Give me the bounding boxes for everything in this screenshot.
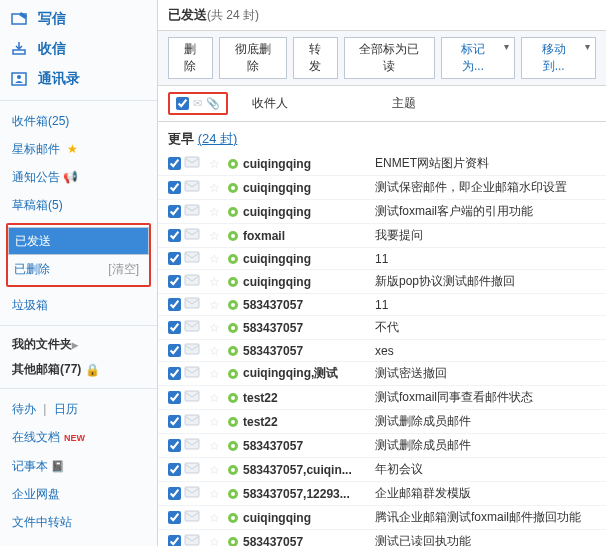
sidebar-netdisk[interactable]: 企业网盘 <box>0 480 157 508</box>
star-outline-icon[interactable]: ☆ <box>203 391 225 405</box>
sidebar-item-sent[interactable]: 已发送 <box>8 227 149 255</box>
table-row[interactable]: ☆58343705711 <box>158 294 606 316</box>
markas-select[interactable]: 标记为... <box>441 37 516 79</box>
star-outline-icon[interactable]: ☆ <box>203 367 225 381</box>
status-dot-icon <box>225 465 241 475</box>
table-row[interactable]: ☆cuiqingqing11 <box>158 248 606 270</box>
table-row[interactable]: ☆cuiqingqing测试保密邮件，即企业邮箱水印设置 <box>158 176 606 200</box>
table-row[interactable]: ☆cuiqingqing新版pop协议测试邮件撤回 <box>158 270 606 294</box>
star-outline-icon[interactable]: ☆ <box>203 415 225 429</box>
markread-button[interactable]: 全部标为已读 <box>344 37 435 79</box>
row-checkbox[interactable] <box>168 157 181 170</box>
row-checkbox[interactable] <box>168 463 181 476</box>
svg-rect-42 <box>185 463 199 473</box>
row-checkbox[interactable] <box>168 391 181 404</box>
sidebar-onlinedoc[interactable]: 在线文档NEW <box>0 423 157 452</box>
sidebar-item-starred[interactable]: 星标邮件 ★ <box>0 135 157 163</box>
table-row[interactable]: ☆583437057xes <box>158 340 606 362</box>
status-dot-icon <box>225 277 241 287</box>
row-checkbox[interactable] <box>168 298 181 311</box>
envelope-icon <box>181 343 203 358</box>
sidebar-item-notice[interactable]: 通知公告 📢 <box>0 163 157 191</box>
star-outline-icon[interactable]: ☆ <box>203 321 225 335</box>
contacts-button[interactable]: 通讯录 <box>0 64 157 94</box>
row-recipient: cuiqingqing <box>241 511 371 525</box>
calendar-link[interactable]: 日历 <box>54 402 78 416</box>
sidebar-item-trash[interactable]: 垃圾箱 <box>0 291 157 319</box>
star-outline-icon[interactable]: ☆ <box>203 463 225 477</box>
row-checkbox[interactable] <box>168 511 181 524</box>
row-checkbox[interactable] <box>168 205 181 218</box>
table-row[interactable]: ☆583437057,12293...企业邮箱群发模版 <box>158 482 606 506</box>
sidebar-myfolders[interactable]: 我的文件夹 ▸ <box>0 332 157 357</box>
table-row[interactable]: ☆cuiqingqing,测试测试密送撤回 <box>158 362 606 386</box>
star-outline-icon[interactable]: ☆ <box>203 229 225 243</box>
row-subject: 测试foxmail同事查看邮件状态 <box>371 389 596 406</box>
group-count-link[interactable]: (24 封) <box>198 131 238 146</box>
table-row[interactable]: ☆cuiqingqingENMET网站图片资料 <box>158 152 606 176</box>
col-recipient[interactable]: 收件人 <box>252 95 382 112</box>
star-outline-icon[interactable]: ☆ <box>203 205 225 219</box>
star-outline-icon[interactable]: ☆ <box>203 181 225 195</box>
table-row[interactable]: ☆cuiqingqing腾讯企业邮箱测试foxmail邮件撤回功能 <box>158 506 606 530</box>
svg-rect-30 <box>185 367 199 377</box>
svg-point-14 <box>231 234 235 238</box>
row-checkbox[interactable] <box>168 487 181 500</box>
row-subject: 新版pop协议测试邮件撤回 <box>371 273 596 290</box>
star-outline-icon[interactable]: ☆ <box>203 298 225 312</box>
row-checkbox[interactable] <box>168 229 181 242</box>
row-checkbox[interactable] <box>168 321 181 334</box>
sidebar-item-drafts[interactable]: 草稿箱(5) <box>0 191 157 219</box>
table-row[interactable]: ☆583437057测试已读回执功能 <box>158 530 606 546</box>
svg-rect-3 <box>185 157 199 167</box>
sidebar-filestation[interactable]: 文件中转站 <box>0 508 157 536</box>
row-recipient: cuiqingqing <box>241 275 371 289</box>
table-row[interactable]: ☆test22测试foxmail同事查看邮件状态 <box>158 386 606 410</box>
row-subject: 测试foxmail客户端的引用功能 <box>371 203 596 220</box>
select-all-checkbox[interactable] <box>176 97 189 110</box>
star-outline-icon[interactable]: ☆ <box>203 344 225 358</box>
purge-button[interactable]: 彻底删除 <box>219 37 287 79</box>
deleted-clear-link[interactable]: [清空] <box>108 259 139 279</box>
star-outline-icon[interactable]: ☆ <box>203 252 225 266</box>
mail-list[interactable]: 更早 (24 封) ☆cuiqingqingENMET网站图片资料☆cuiqin… <box>158 122 606 546</box>
star-outline-icon[interactable]: ☆ <box>203 511 225 525</box>
row-checkbox[interactable] <box>168 344 181 357</box>
star-outline-icon[interactable]: ☆ <box>203 157 225 171</box>
row-checkbox[interactable] <box>168 275 181 288</box>
row-checkbox[interactable] <box>168 439 181 452</box>
star-outline-icon[interactable]: ☆ <box>203 487 225 501</box>
compose-button[interactable]: 写信 <box>0 4 157 34</box>
star-outline-icon[interactable]: ☆ <box>203 535 225 547</box>
todo-link[interactable]: 待办 <box>12 402 36 416</box>
envelope-icon <box>181 414 203 429</box>
table-row[interactable]: ☆583437057不代 <box>158 316 606 340</box>
table-row[interactable]: ☆cuiqingqing测试foxmail客户端的引用功能 <box>158 200 606 224</box>
sidebar-notes[interactable]: 记事本 📓 <box>0 452 157 480</box>
star-outline-icon[interactable]: ☆ <box>203 275 225 289</box>
receive-button[interactable]: 收信 <box>0 34 157 64</box>
table-row[interactable]: ☆foxmail我要提问 <box>158 224 606 248</box>
contacts-label: 通讯录 <box>38 70 80 88</box>
table-row[interactable]: ☆583437057,cuiqin...年初会议 <box>158 458 606 482</box>
status-dot-icon <box>225 323 241 333</box>
sidebar-todo-calendar[interactable]: 待办 | 日历 <box>0 395 157 423</box>
row-checkbox[interactable] <box>168 181 181 194</box>
sidebar-item-inbox[interactable]: 收件箱(25) <box>0 107 157 135</box>
col-subject[interactable]: 主题 <box>392 95 416 112</box>
moveto-select[interactable]: 移动到... <box>521 37 596 79</box>
sidebar-otherbox[interactable]: 其他邮箱(77)🔒 <box>0 357 157 382</box>
svg-point-8 <box>231 186 235 190</box>
delete-button[interactable]: 删除 <box>168 37 213 79</box>
forward-button[interactable]: 转发 <box>293 37 338 79</box>
star-outline-icon[interactable]: ☆ <box>203 439 225 453</box>
row-checkbox[interactable] <box>168 415 181 428</box>
sidebar-item-deleted[interactable]: 已删除 [清空] <box>8 255 149 283</box>
row-subject: 测试删除成员邮件 <box>371 413 596 430</box>
row-checkbox[interactable] <box>168 252 181 265</box>
envelope-icon <box>181 180 203 195</box>
row-checkbox[interactable] <box>168 535 181 546</box>
table-row[interactable]: ☆test22测试删除成员邮件 <box>158 410 606 434</box>
table-row[interactable]: ☆583437057测试删除成员邮件 <box>158 434 606 458</box>
row-checkbox[interactable] <box>168 367 181 380</box>
